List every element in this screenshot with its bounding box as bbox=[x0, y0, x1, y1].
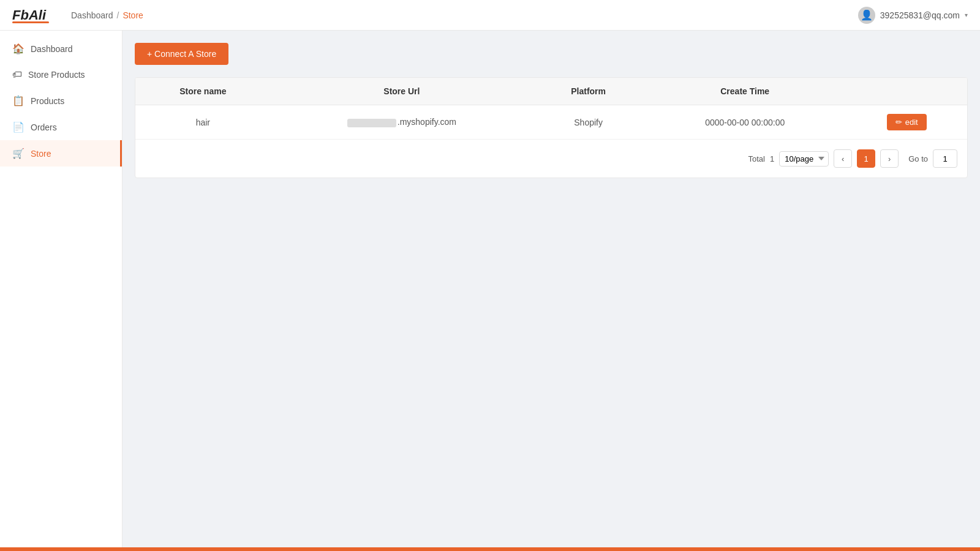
sidebar-item-orders[interactable]: 📄 Orders bbox=[0, 114, 122, 140]
edit-icon: ✏ bbox=[895, 118, 902, 127]
pagination: Total 1 10/page 20/page 50/page ‹ 1 › Go… bbox=[135, 139, 967, 178]
sidebar-item-store[interactable]: 🛒 Store bbox=[0, 140, 122, 167]
logo-text: FbAli bbox=[12, 7, 49, 23]
layout: 🏠 Dashboard 🏷 Store Products 📋 Products … bbox=[0, 31, 980, 547]
breadcrumb-home[interactable]: Dashboard bbox=[71, 10, 113, 20]
user-email: 392525831@qq.com bbox=[880, 10, 960, 20]
sidebar-item-products[interactable]: 📋 Products bbox=[0, 88, 122, 114]
header: FbAli Dashboard / Store 👤 392525831@qq.c… bbox=[0, 0, 980, 31]
blurred-url bbox=[347, 119, 396, 127]
avatar-icon: 👤 bbox=[861, 9, 873, 21]
col-store-name: Store name bbox=[135, 78, 271, 105]
cell-platform: Shopify bbox=[533, 105, 644, 140]
store-icon: 🛒 bbox=[12, 148, 24, 159]
goto-input[interactable] bbox=[933, 149, 957, 168]
total-label: Total bbox=[748, 154, 765, 163]
sidebar-item-label: Store Products bbox=[28, 70, 85, 80]
cell-create-time: 0000-00-00 00:00:00 bbox=[644, 105, 846, 140]
edit-button[interactable]: ✏ edit bbox=[887, 114, 927, 130]
sidebar-item-dashboard[interactable]: 🏠 Dashboard bbox=[0, 36, 122, 62]
tag-icon: 🏷 bbox=[12, 69, 22, 80]
store-url-suffix: .myshopify.com bbox=[398, 117, 456, 127]
home-icon: 🏠 bbox=[12, 43, 24, 54]
logo: FbAli bbox=[12, 7, 49, 23]
col-store-url: Store Url bbox=[271, 78, 533, 105]
store-table-card: Store name Store Url Platform Create Tim… bbox=[135, 77, 968, 178]
chevron-down-icon: ▾ bbox=[965, 12, 968, 18]
prev-page-button[interactable]: ‹ bbox=[834, 149, 852, 168]
header-left: FbAli Dashboard / Store bbox=[12, 7, 143, 23]
main-content: + Connect A Store Store name Store Url P… bbox=[123, 31, 980, 547]
header-right[interactable]: 👤 392525831@qq.com ▾ bbox=[858, 7, 968, 24]
breadcrumb: Dashboard / Store bbox=[71, 10, 143, 20]
edit-label: edit bbox=[905, 118, 918, 127]
avatar: 👤 bbox=[858, 7, 875, 24]
connect-store-button[interactable]: + Connect A Store bbox=[135, 43, 228, 65]
total-count: 1 bbox=[770, 154, 774, 163]
sidebar-item-store-products[interactable]: 🏷 Store Products bbox=[0, 62, 122, 88]
current-page-button[interactable]: 1 bbox=[857, 149, 875, 168]
sidebar-item-label: Orders bbox=[31, 122, 57, 132]
col-create-time: Create Time bbox=[644, 78, 846, 105]
orders-icon: 📄 bbox=[12, 121, 24, 133]
cell-store-name: hair bbox=[135, 105, 271, 140]
table-row: hair .myshopify.com Shopify 0000-00-00 0… bbox=[135, 105, 967, 140]
col-platform: Platform bbox=[533, 78, 644, 105]
breadcrumb-separator: / bbox=[117, 10, 119, 20]
cell-actions: ✏ edit bbox=[846, 105, 967, 140]
goto-label: Go to bbox=[908, 154, 928, 163]
cell-store-url: .myshopify.com bbox=[271, 105, 533, 140]
col-actions bbox=[846, 78, 967, 105]
next-page-button[interactable]: › bbox=[880, 149, 899, 168]
breadcrumb-current: Store bbox=[123, 10, 143, 20]
sidebar-item-label: Store bbox=[31, 149, 51, 159]
sidebar-item-label: Dashboard bbox=[31, 44, 73, 54]
page-size-select[interactable]: 10/page 20/page 50/page bbox=[779, 151, 829, 167]
bottom-bar bbox=[0, 547, 980, 551]
sidebar: 🏠 Dashboard 🏷 Store Products 📋 Products … bbox=[0, 31, 123, 547]
table-header-row: Store name Store Url Platform Create Tim… bbox=[135, 78, 967, 105]
sidebar-item-label: Products bbox=[31, 96, 64, 106]
list-icon: 📋 bbox=[12, 95, 24, 107]
store-table: Store name Store Url Platform Create Tim… bbox=[135, 78, 967, 139]
